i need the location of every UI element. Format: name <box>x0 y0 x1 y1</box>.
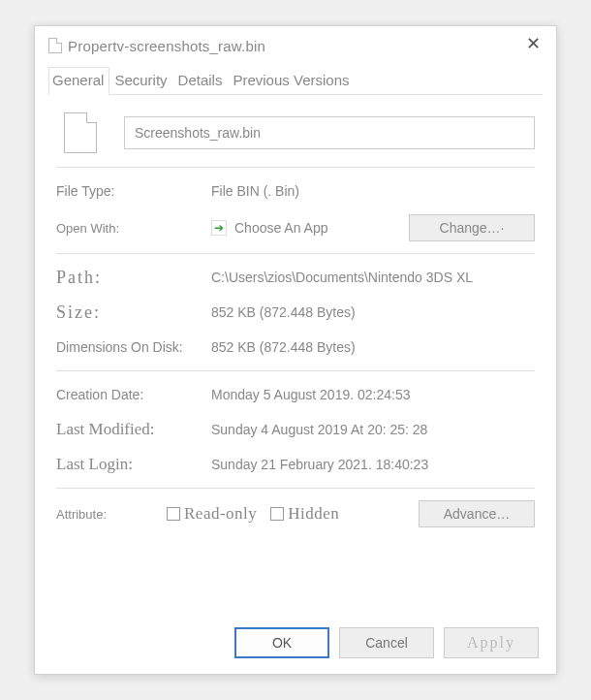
modified-label: Last Modified: <box>56 420 211 439</box>
advanced-button[interactable]: Advance… <box>419 500 535 527</box>
size-row: Size: 852 KB (872.448 Bytes) <box>56 301 535 324</box>
openwith-value-wrap: ➔ Choose An App <box>211 220 328 236</box>
readonly-label: Read-only <box>184 504 257 524</box>
sizedisk-label: Dimensions On Disk: <box>56 339 211 355</box>
filetype-label: File Type: <box>56 183 211 199</box>
arrow-right-icon: ➔ <box>211 220 227 236</box>
hidden-checkbox[interactable]: Hidden <box>270 504 339 524</box>
separator <box>56 253 535 254</box>
separator <box>56 370 535 371</box>
close-icon[interactable]: ✕ <box>519 32 546 59</box>
filename-input[interactable] <box>124 116 535 149</box>
size-label: Size: <box>56 302 211 323</box>
apply-button[interactable]: Apply <box>444 627 539 658</box>
change-button[interactable]: Change…· <box>409 214 535 241</box>
tab-previous-versions[interactable]: Previous Versions <box>229 67 355 94</box>
creation-value: Monday 5 August 2019. 02:24:53 <box>211 387 535 402</box>
path-row: Path: C:\Users\zios\Documents\Nintendo 3… <box>56 266 535 289</box>
properties-dialog: Propertv-screenshots_raw.bin ✕ General S… <box>34 25 557 675</box>
attribute-label: Attribute: <box>56 507 153 522</box>
openwith-value: Choose An App <box>234 220 328 236</box>
modified-value: Sunday 4 August 2019 At 20: 25: 28 <box>211 422 535 437</box>
openwith-label: Open With: <box>56 221 211 236</box>
tab-strip: General Security Details Previous Versio… <box>48 67 543 95</box>
readonly-checkbox[interactable]: Read-only <box>167 504 257 524</box>
creation-label: Creation Date: <box>56 387 211 402</box>
window-title: Propertv-screenshots_raw.bin <box>68 38 519 54</box>
login-row: Last Login: Sunday 21 February 2021. 18:… <box>56 453 535 476</box>
sizedisk-value: 852 KB (872.448 Bytes) <box>211 339 535 355</box>
tab-details[interactable]: Details <box>174 67 229 94</box>
checkbox-icon <box>270 507 284 521</box>
filetype-row: File Type: File BIN (. Bin) <box>56 179 535 203</box>
cancel-button[interactable]: Cancel <box>339 627 434 658</box>
tab-security[interactable]: Security <box>110 67 172 94</box>
titlebar: Propertv-screenshots_raw.bin ✕ <box>35 26 556 63</box>
file-icon <box>64 112 97 153</box>
openwith-row: Open With: ➔ Choose An App Change…· <box>56 214 535 241</box>
file-icon <box>48 38 62 53</box>
tab-content-general: File Type: File BIN (. Bin) Open With: ➔… <box>35 95 556 616</box>
hidden-label: Hidden <box>288 504 339 524</box>
login-value: Sunday 21 February 2021. 18:40:23 <box>211 457 535 472</box>
path-label: Path: <box>56 268 211 288</box>
creation-row: Creation Date: Monday 5 August 2019. 02:… <box>56 383 535 406</box>
attribute-row: Attribute: Read-only Hidden Advance… <box>56 500 535 527</box>
tab-general[interactable]: General <box>48 67 109 95</box>
filename-row <box>56 112 535 153</box>
sizedisk-row: Dimensions On Disk: 852 KB (872.448 Byte… <box>56 335 535 359</box>
ok-button[interactable]: OK <box>234 627 329 658</box>
login-label: Last Login: <box>56 455 211 474</box>
modified-row: Last Modified: Sunday 4 August 2019 At 2… <box>56 418 535 441</box>
separator <box>56 167 535 168</box>
checkbox-icon <box>167 507 180 521</box>
path-value: C:\Users\zios\Documents\Nintendo 3DS XL <box>211 270 535 285</box>
dialog-footer: OK Cancel Apply <box>35 616 556 674</box>
separator <box>56 488 535 489</box>
filetype-value: File BIN (. Bin) <box>211 183 535 199</box>
size-value: 852 KB (872.448 Bytes) <box>211 304 535 320</box>
